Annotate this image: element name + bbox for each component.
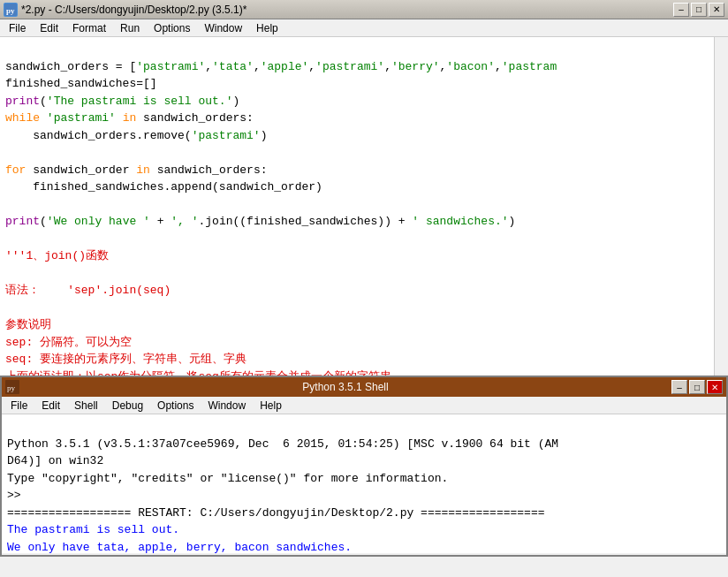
shell-output2: We only have tata, apple, berry, bacon s…: [7, 541, 352, 554]
shell-title-left: py: [5, 380, 19, 394]
shell-output1: The pastrami is sell out.: [7, 523, 179, 536]
shell-prompt1: >>: [7, 489, 21, 502]
menu-help[interactable]: Help: [249, 20, 285, 36]
shell-menu-edit[interactable]: Edit: [34, 398, 67, 414]
close-button[interactable]: ✕: [709, 3, 724, 17]
menu-window[interactable]: Window: [197, 20, 249, 36]
shell-icon: py: [5, 380, 19, 394]
shell-menu-shell[interactable]: Shell: [67, 398, 105, 414]
menu-run[interactable]: Run: [113, 20, 147, 36]
shell-menu-window[interactable]: Window: [201, 398, 253, 414]
svg-text:py: py: [7, 383, 16, 392]
editor-menu-bar: File Edit Format Run Options Window Help: [0, 19, 728, 37]
shell-window: py Python 3.5.1 Shell – □ ✕ File Edit Sh…: [0, 376, 728, 557]
shell-title: Python 3.5.1 Shell: [19, 381, 671, 393]
shell-menu-bar: File Edit Shell Debug Options Window Hel…: [2, 397, 726, 414]
shell-menu-file[interactable]: File: [4, 398, 34, 414]
main-container: py *2.py - C:/Users/dongyujin/Desktop/2.…: [0, 0, 728, 557]
shell-close-button[interactable]: ✕: [707, 380, 723, 394]
shell-menu-help[interactable]: Help: [253, 398, 289, 414]
menu-edit[interactable]: Edit: [33, 20, 65, 36]
shell-maximize-button[interactable]: □: [689, 380, 705, 394]
code-editor[interactable]: sandwich_orders = ['pastrami','tata','ap…: [0, 37, 728, 391]
shell-minimize-button[interactable]: –: [671, 380, 687, 394]
shell-line1: Python 3.5.1 (v3.5.1:37a07cee5969, Dec 6…: [7, 437, 558, 451]
menu-file[interactable]: File: [2, 20, 33, 36]
editor-icon: py: [4, 3, 18, 17]
shell-menu-options[interactable]: Options: [150, 398, 201, 414]
editor-title: *2.py - C:/Users/dongyujin/Desktop/2.py …: [21, 4, 246, 16]
shell-title-bar: py Python 3.5.1 Shell – □ ✕: [2, 377, 726, 397]
code-content: sandwich_orders = ['pastrami','tata','ap…: [0, 37, 728, 391]
minimize-button[interactable]: –: [673, 3, 689, 17]
editor-scrollbar[interactable]: [714, 37, 728, 389]
shell-line3: Type "copyright", "credits" or "license(…: [7, 472, 448, 485]
shell-menu-debug[interactable]: Debug: [105, 398, 150, 414]
shell-line2: D64)] on win32: [7, 454, 103, 467]
svg-text:py: py: [6, 6, 15, 15]
title-bar-left: py *2.py - C:/Users/dongyujin/Desktop/2.…: [4, 3, 246, 17]
maximize-button[interactable]: □: [691, 3, 707, 17]
shell-title-buttons: – □ ✕: [671, 380, 723, 394]
shell-content[interactable]: Python 3.5.1 (v3.5.1:37a07cee5969, Dec 6…: [2, 414, 726, 553]
menu-options[interactable]: Options: [147, 20, 197, 36]
editor-title-bar: py *2.py - C:/Users/dongyujin/Desktop/2.…: [0, 0, 728, 19]
shell-restart: ================== RESTART: C:/Users/don…: [7, 506, 545, 520]
menu-format[interactable]: Format: [65, 20, 113, 36]
title-bar-buttons: – □ ✕: [673, 3, 724, 17]
